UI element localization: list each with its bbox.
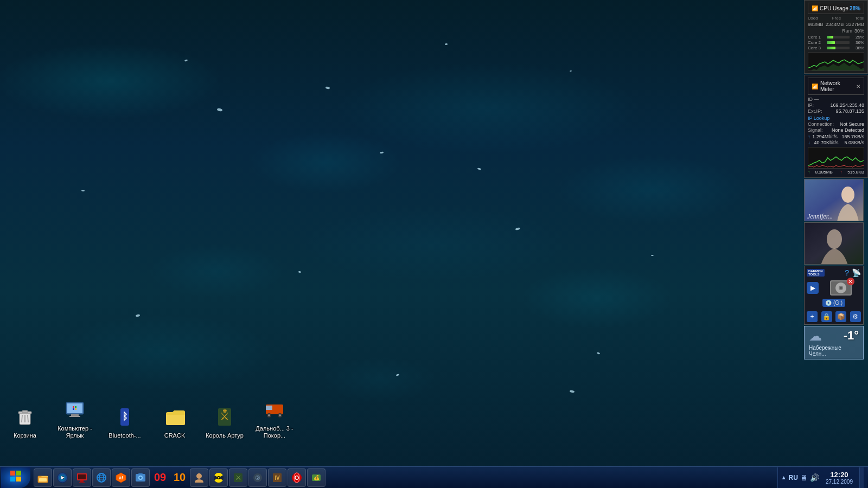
cpu-free-val: 2344MB [826,22,844,27]
dalnoboy-label: Дальноб... 3 - Покор... [255,425,294,439]
net-total-up: 515.8KB [847,170,864,175]
desktop: Корзина Компьютер - Ярлык [0,0,868,488]
svg-point-59 [196,473,202,479]
tray-monitor-icon[interactable]: 🖥 [800,473,808,482]
tray-lang-indicator[interactable]: RU [789,474,798,481]
svg-text:⚔: ⚔ [235,474,241,481]
cpu-graph [808,52,864,71]
taskbar-avast-btn[interactable]: a! [112,468,130,487]
daemon-compress-btn[interactable]: 📦 [835,311,846,322]
svg-point-22 [268,414,270,416]
svg-point-34 [840,287,842,289]
daemon-play-btn[interactable]: ▶ [807,282,819,294]
taskbar-photo-btn[interactable] [131,468,150,487]
taskbar-wmp-btn[interactable] [53,468,72,487]
recycle-bin-label: Корзина [14,432,36,439]
daemon-tools-logo: DAEMON TOOLS [807,269,825,277]
taskbar-num09-btn[interactable]: 09 [151,468,169,487]
photo-widget-1[interactable]: Jennifer... [804,179,864,221]
start-button[interactable] [1,467,30,488]
daemon-help-btn[interactable]: ? [845,268,849,277]
taskbar-ie-btn[interactable] [92,468,111,487]
desktop-icons: Корзина Компьютер - Ярлык [5,397,294,439]
svg-text:♚: ♚ [222,408,227,414]
svg-rect-37 [10,477,15,481]
svg-point-24 [279,414,281,416]
weather-cloud-icon: ☁ [809,329,822,344]
daemon-drive-label: 💿 (G:) [822,299,845,307]
taskbar-num10-btn[interactable]: 10 [170,468,189,487]
taskbar-opera-btn[interactable]: O [288,468,306,487]
svg-rect-47 [80,480,84,482]
taskbar-game1-btn[interactable]: ⚔ [229,468,247,487]
net-ext-ip: 95.78.87.135 [835,108,864,114]
net-connection: Not Secure [840,121,864,127]
system-tray: ▲ RU 🖥 🔊 12:20 27.12.2009 [777,467,867,488]
svg-point-29 [827,229,842,249]
recycle-bin-icon [12,404,38,430]
clock-time: 12:20 [826,471,853,479]
svg-rect-2 [22,410,28,413]
cpu-used-val: 983MB [808,22,824,27]
desktop-icon-recycle-bin[interactable]: Корзина [5,404,44,439]
taskbar-radiation-btn[interactable] [209,468,228,487]
svg-text:②: ② [255,474,260,481]
net-ip-lookup[interactable]: IP Lookup [808,115,829,121]
cpu-total-label: Total [855,16,864,21]
computer-label: Компьютер - Ярлык [55,425,94,439]
taskbar-civ4-btn[interactable]: IV [268,468,286,487]
taskbar-money-btn[interactable]: 💰 [307,468,326,487]
svg-rect-35 [10,471,15,476]
taskbar-show-desktop-btn[interactable] [859,467,864,488]
svg-point-62 [218,477,220,478]
crack-folder-icon [162,404,188,430]
desktop-icon-crack[interactable]: CRACK [155,404,194,439]
daemon-lock-btn[interactable]: 🔒 [821,311,832,322]
svg-text:💰: 💰 [314,474,320,481]
windows-logo-icon [9,470,22,486]
net-download2: 5.08KB/s [844,140,864,145]
svg-rect-36 [16,471,21,476]
net-total-down: 8.385MB [815,170,833,175]
net-up-arrow: ↑ [808,134,810,139]
tray-expand-arrow[interactable]: ▲ [781,474,787,480]
svg-text:Jennifer...: Jennifer... [807,213,833,220]
daemon-add-btn[interactable]: + [807,311,818,322]
svg-rect-38 [16,477,21,481]
net-total-label: ↑ [808,170,810,175]
cpu-usage-widget: 📶 CPU Usage 28% Used Free Total 983MB 23… [804,0,868,74]
svg-rect-40 [39,478,47,481]
desktop-icon-computer[interactable]: Компьютер - Ярлык [55,397,94,439]
taskbar-game2-btn[interactable]: ② [248,468,267,487]
tray-speaker-icon[interactable]: 🔊 [810,473,819,482]
weather-city: Набережные Челн... [809,345,859,357]
svg-rect-20 [266,406,272,410]
daemon-settings-btn[interactable]: ⚙ [850,311,861,322]
network-graph [808,147,864,169]
svg-rect-13 [75,408,76,410]
svg-text:IV: IV [275,475,280,481]
daemon-rss-btn[interactable]: 📡 [852,268,861,277]
bluetooth-label: Bluetooth-... [108,432,141,439]
desktop-icon-king[interactable]: ⚔ ♚ Король Артур [205,404,244,439]
daemon-eject-btn[interactable]: ✕ [847,278,854,285]
net-download: 165.7KB/s [841,134,864,139]
cpu-widget-title: CPU Usage [820,5,848,11]
network-widget-close[interactable]: ✕ [856,84,860,89]
foam-6 [81,190,85,192]
taskbar-user-btn[interactable] [190,468,208,487]
taskbar-monitor-btn[interactable] [73,468,91,487]
desktop-icon-bluetooth[interactable]: ᛒ Bluetooth-... [105,404,144,439]
weather-widget[interactable]: ☁ -1° Набережные Челн... [804,326,864,359]
bluetooth-icon: ᛒ [112,404,138,430]
clock-display[interactable]: 12:20 27.12.2009 [821,471,857,485]
svg-rect-48 [79,482,85,483]
network-meter-widget: 📶 Network Meter ✕ ID — IP: 169.254.235.4… [804,75,868,178]
photo-widget-2[interactable] [804,222,864,265]
core2-pct: 36% [851,40,864,45]
svg-rect-46 [78,474,86,479]
sidebar-widgets: 📶 CPU Usage 28% Used Free Total 983MB 23… [804,0,868,359]
desktop-icon-dalnoboy[interactable]: Дальноб... 3 - Покор... [255,397,294,439]
clock-date: 27.12.2009 [826,479,853,485]
taskbar-explorer-btn[interactable] [34,468,52,487]
